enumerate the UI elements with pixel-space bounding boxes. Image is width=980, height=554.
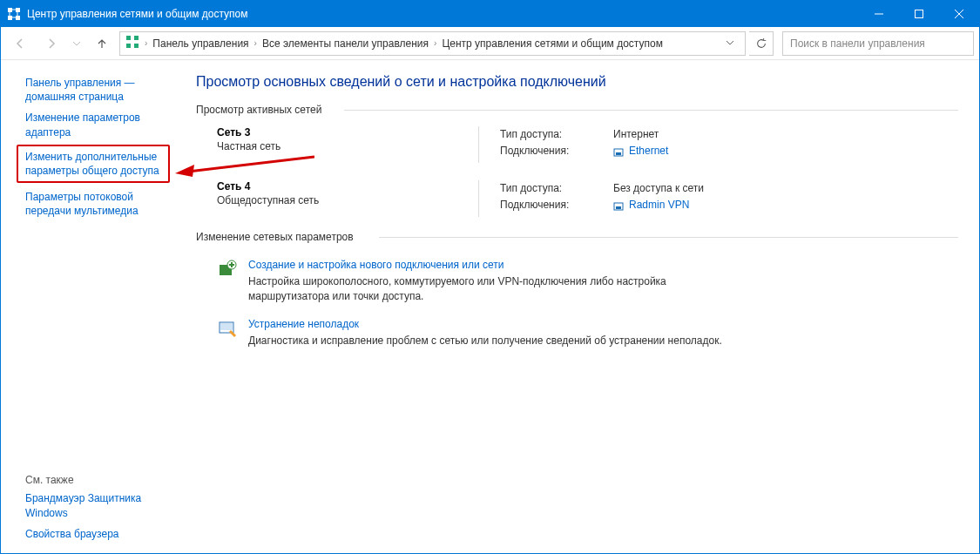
svg-rect-15 <box>134 44 139 48</box>
change-item-title[interactable]: Создание и настройка нового подключения … <box>248 259 736 271</box>
connections-label: Подключения: <box>500 197 596 217</box>
network-block: Сеть 4 Общедоступная сеть Тип доступа: Б… <box>196 172 958 226</box>
svg-rect-2 <box>8 16 12 20</box>
page-title: Просмотр основных сведений о сети и наст… <box>196 74 958 90</box>
path-icon <box>125 35 139 51</box>
section-active-networks: Просмотр активных сетей <box>196 104 958 116</box>
address-dropdown[interactable] <box>720 37 740 50</box>
change-item: Устранение неполадок Диагностика и испра… <box>217 311 958 355</box>
minimize-button[interactable] <box>859 1 899 27</box>
connections-label: Подключения: <box>500 143 596 163</box>
svg-rect-14 <box>126 44 131 48</box>
svg-rect-21 <box>616 206 621 209</box>
recent-dropdown[interactable] <box>69 31 84 56</box>
seealso-header: См. также <box>1 469 175 488</box>
network-name: Сеть 3 <box>217 126 443 138</box>
breadcrumb-item[interactable]: Все элементы панели управления <box>262 37 429 50</box>
access-type-label: Тип доступа: <box>500 180 596 197</box>
chevron-right-icon[interactable]: › <box>253 38 259 48</box>
forward-button[interactable] <box>37 31 65 56</box>
svg-rect-12 <box>126 36 131 40</box>
change-item: Создание и настройка нового подключения … <box>217 252 958 311</box>
maximize-button[interactable] <box>899 1 939 27</box>
access-type-value: Интернет <box>613 126 659 143</box>
change-item-desc: Диагностика и исправление проблем с сеть… <box>248 334 722 348</box>
sidebar-link-media-streaming[interactable]: Параметры потоковой передачи мультимедиа <box>1 185 175 221</box>
section-change-settings: Изменение сетевых параметров <box>196 231 958 243</box>
sidebar-link-adapter-settings[interactable]: Изменение параметров адаптера <box>1 107 175 142</box>
troubleshoot-icon <box>217 318 238 339</box>
svg-rect-3 <box>16 16 20 20</box>
chevron-right-icon[interactable]: › <box>432 38 438 48</box>
svg-rect-19 <box>616 152 621 155</box>
app-icon <box>6 6 22 22</box>
network-type: Частная сеть <box>217 140 443 152</box>
svg-rect-9 <box>916 10 923 18</box>
ethernet-icon <box>613 146 624 157</box>
refresh-button[interactable] <box>749 31 774 56</box>
change-item-title[interactable]: Устранение неполадок <box>248 318 722 330</box>
access-type-value: Без доступа к сети <box>613 180 704 197</box>
seealso-browser-properties[interactable]: Свойства браузера <box>1 524 175 544</box>
search-input[interactable] <box>782 31 974 56</box>
connection-link[interactable]: Radmin VPN <box>613 197 689 213</box>
breadcrumb-item[interactable]: Панель управления <box>152 37 248 50</box>
window-titlebar: Центр управления сетями и общим доступом <box>1 1 979 27</box>
seealso-firewall[interactable]: Брандмауэр Защитника Windows <box>1 488 175 523</box>
main-panel: Просмотр основных сведений о сети и наст… <box>175 60 979 553</box>
network-type: Общедоступная сеть <box>217 194 443 206</box>
window-title: Центр управления сетями и общим доступом <box>27 8 859 20</box>
ethernet-icon <box>613 200 624 211</box>
navigation-bar: › Панель управления › Все элементы панел… <box>1 27 979 60</box>
back-button[interactable] <box>6 31 34 56</box>
svg-rect-0 <box>8 8 12 12</box>
sidebar-link-advanced-sharing[interactable]: Изменить дополнительные параметры общего… <box>17 145 170 183</box>
up-button[interactable] <box>88 31 116 56</box>
change-item-desc: Настройка широкополосного, коммутируемог… <box>248 274 736 304</box>
svg-rect-1 <box>16 8 20 12</box>
connection-link[interactable]: Ethernet <box>613 143 668 159</box>
svg-rect-13 <box>134 36 139 40</box>
network-block: Сеть 3 Частная сеть Тип доступа: Интерне… <box>196 118 958 172</box>
chevron-right-icon[interactable]: › <box>143 38 149 48</box>
svg-marker-17 <box>175 165 194 177</box>
new-connection-icon <box>217 259 238 280</box>
access-type-label: Тип доступа: <box>500 126 596 143</box>
network-name: Сеть 4 <box>217 180 443 193</box>
sidebar: Панель управления — домашняя страница Из… <box>1 60 175 553</box>
address-bar[interactable]: › Панель управления › Все элементы панел… <box>119 31 746 56</box>
close-button[interactable] <box>939 1 979 27</box>
svg-rect-27 <box>220 323 233 330</box>
breadcrumb-item[interactable]: Центр управления сетями и общим доступом <box>442 37 663 50</box>
sidebar-link-home[interactable]: Панель управления — домашняя страница <box>1 72 175 107</box>
